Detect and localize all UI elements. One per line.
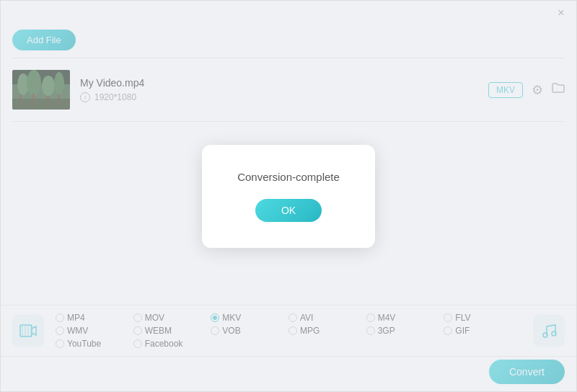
modal-overlay: Conversion-complete OK xyxy=(1,1,576,391)
modal-ok-button[interactable]: OK xyxy=(255,199,322,222)
modal-message: Conversion-complete xyxy=(237,171,340,183)
modal-box: Conversion-complete OK xyxy=(202,145,375,248)
